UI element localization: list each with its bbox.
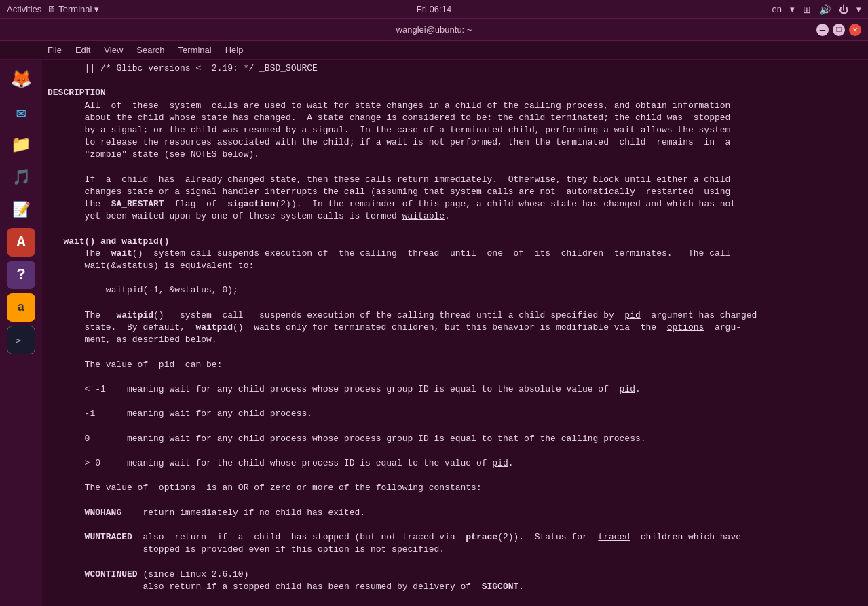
title-bar-controls: — □ ✕: [816, 24, 861, 36]
sidebar-icon-help[interactable]: ?: [7, 261, 35, 289]
term-wait-2: wait(&wstatus) is equivalent to:: [48, 260, 863, 272]
terminal-icon: 🖥: [47, 4, 56, 14]
term-line-blank-1: [48, 75, 863, 87]
sidebar-icon-firefox[interactable]: 🦊: [7, 65, 35, 94]
power-arrow: ▾: [856, 4, 861, 14]
term-pid-lt: < -1 meaning wait for any child process …: [48, 383, 863, 396]
term-desc-4: to release the resources associated with…: [48, 136, 863, 149]
top-bar: Activities 🖥 Terminal ▾ Fri 06:14 en ▾ ⊞…: [0, 0, 868, 19]
terminal-tab-label: Terminal: [58, 4, 92, 14]
term-pid-gt: > 0 meaning wait for the child whose pro…: [48, 457, 863, 470]
sidebar-icon-terminal[interactable]: >_: [7, 326, 35, 354]
lang-arrow: ▾: [790, 4, 795, 14]
sidebar-icon-files[interactable]: 📁: [7, 130, 35, 159]
term-description-head: DESCRIPTION: [48, 87, 863, 99]
top-bar-left: Activities 🖥 Terminal ▾: [7, 4, 99, 14]
term-blank-3: [48, 223, 863, 235]
term-wuntraced-2: stopped is provided even if this option …: [48, 544, 863, 556]
term-desc-8: the SA_RESTART flag of sigaction(2)). In…: [48, 198, 863, 210]
term-desc-9: yet been waited upon by one of these sys…: [48, 210, 863, 223]
term-waitpid-1: The waitpid() system call suspends execu…: [48, 309, 863, 322]
term-waitpid-2: state. By default, waitpid() waits only …: [48, 322, 863, 334]
main-layout: 🦊 ✉ 📁 🎵 📝 A ? a >_ || /* Glibc versions …: [0, 60, 868, 606]
term-desc-2: about the child whose state has changed.…: [48, 112, 863, 124]
term-blank-7: [48, 371, 863, 383]
sidebar-icon-amazon[interactable]: a: [7, 293, 35, 322]
term-blank-13: [48, 519, 863, 531]
activities-button[interactable]: Activities: [7, 4, 41, 14]
menu-bar: File Edit View Search Terminal Help: [0, 41, 868, 60]
term-wait-1: The wait() system call suspends executio…: [48, 248, 863, 260]
term-desc-5: "zombie" state (see NOTES below).: [48, 149, 863, 161]
sidebar-icon-rhythmbox[interactable]: 🎵: [7, 163, 35, 191]
minimize-button[interactable]: —: [816, 24, 829, 36]
menu-help[interactable]: Help: [225, 45, 244, 55]
term-blank-9: [48, 420, 863, 432]
term-pid-intro: The value of pid can be:: [48, 359, 863, 371]
term-desc-6: If a child has already changed state, th…: [48, 174, 863, 186]
menu-file[interactable]: File: [48, 45, 62, 55]
top-bar-center: Fri 06:14: [417, 4, 451, 14]
sidebar-icon-font-manager[interactable]: A: [7, 228, 35, 257]
terminal-tab-arrow: ▾: [94, 4, 99, 14]
volume-icon: 🔊: [819, 4, 831, 15]
term-blank-5: [48, 297, 863, 309]
network-icon: ⊞: [803, 4, 811, 15]
sidebar: 🦊 ✉ 📁 🎵 📝 A ? a >_: [0, 60, 42, 606]
term-wuntraced-1: WUNTRACED also return if a child has sto…: [48, 531, 863, 544]
power-icon: ⏻: [839, 4, 848, 15]
term-wait-code: waitpid(-1, &wstatus, 0);: [48, 284, 863, 297]
term-wcontinued-1: WCONTINUED (since Linux 2.6.10): [48, 569, 863, 581]
term-line-1: || /* Glibc versions <= 2.19: */ _BSD_SO…: [48, 62, 863, 75]
term-wnohang: WNOHANG return immediately if no child h…: [48, 507, 863, 519]
term-desc-7: changes state or a signal handler interr…: [48, 186, 863, 198]
term-blank-2: [48, 162, 863, 174]
clock: Fri 06:14: [417, 4, 451, 14]
sidebar-icon-writer[interactable]: 📝: [7, 195, 35, 224]
term-wcontinued-2: also return if a stopped child has been …: [48, 581, 863, 593]
terminal-content[interactable]: || /* Glibc versions <= 2.19: */ _BSD_SO…: [42, 60, 868, 606]
menu-search[interactable]: Search: [136, 45, 164, 55]
term-blank-6: [48, 346, 863, 358]
top-bar-right: en ▾ ⊞ 🔊 ⏻ ▾: [772, 4, 861, 15]
menu-terminal[interactable]: Terminal: [178, 45, 212, 55]
terminal-prompt-icon: >_: [16, 335, 26, 345]
term-blank-15: [48, 593, 863, 605]
menu-edit[interactable]: Edit: [75, 45, 90, 55]
title-bar-title: wanglei@ubuntu: ~: [396, 24, 472, 35]
term-blank-12: [48, 495, 863, 507]
term-subsection-wait: wait() and waitpid(): [48, 235, 863, 248]
term-blank-14: [48, 556, 863, 569]
term-blank-8: [48, 396, 863, 408]
term-options-intro: The value of options is an OR of zero or…: [48, 482, 863, 494]
term-waitpid-3: ment, as described below.: [48, 334, 863, 346]
close-button[interactable]: ✕: [849, 24, 861, 36]
menu-view[interactable]: View: [104, 45, 123, 55]
term-desc-1: All of these system calls are used to wa…: [48, 100, 863, 112]
title-bar: wanglei@ubuntu: ~ — □ ✕: [0, 19, 868, 41]
term-desc-3: by a signal; or the child was resumed by…: [48, 124, 863, 136]
maximize-button[interactable]: □: [833, 24, 845, 36]
term-pid-neg1: -1 meaning wait for any child process.: [48, 408, 863, 420]
language-indicator[interactable]: en: [772, 4, 782, 14]
sidebar-icon-thunderbird[interactable]: ✉: [7, 98, 35, 126]
terminal-tab[interactable]: 🖥 Terminal ▾: [47, 4, 99, 14]
term-pid-0: 0 meaning wait for any child process who…: [48, 433, 863, 445]
term-blank-4: [48, 272, 863, 284]
term-blank-10: [48, 445, 863, 457]
term-blank-11: [48, 470, 863, 482]
